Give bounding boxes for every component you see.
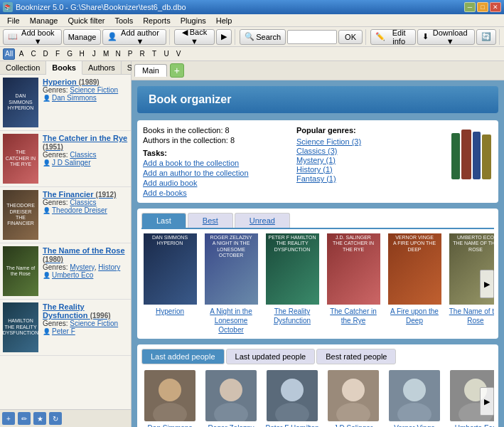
- genre-mystery[interactable]: Mystery (1): [296, 156, 443, 164]
- back-button[interactable]: ◀ Back ▼: [174, 29, 215, 45]
- person-name[interactable]: Peter F Hamilton: [264, 423, 321, 427]
- menu-quickfilter[interactable]: Quick filter: [64, 16, 109, 26]
- edit-bottom-icon[interactable]: ✏: [18, 412, 31, 425]
- list-item[interactable]: DAN SIMMONSHYPERION Hyperion (1989) Genr…: [0, 75, 131, 131]
- genre-sf[interactable]: Science Fiction (3): [296, 137, 443, 146]
- alpha-f[interactable]: F: [52, 48, 63, 60]
- alpha-r[interactable]: R: [136, 48, 148, 60]
- list-item[interactable]: THEODORE DREISERTHE FINANCIER The Financ…: [0, 187, 131, 243]
- book-title[interactable]: Hyperion (1989): [43, 78, 100, 86]
- book-card-title[interactable]: The Catcher in the Rye: [325, 307, 382, 325]
- person-name[interactable]: Roger Zelazny: [203, 423, 259, 427]
- book-card[interactable]: PETER F HAMILTONTHE REALITY DYSFUNCTION …: [264, 233, 321, 334]
- book-card[interactable]: DAN SIMMONSHYPERION Hyperion: [141, 233, 198, 334]
- alpha-h[interactable]: H: [76, 48, 87, 60]
- grid-tab-unread[interactable]: Unread: [235, 213, 290, 228]
- tab-main[interactable]: Main: [134, 64, 167, 77]
- alpha-v[interactable]: V: [173, 48, 184, 60]
- add-bottom-icon[interactable]: +: [2, 412, 15, 425]
- alpha-c[interactable]: C: [28, 48, 39, 60]
- add-tab-button[interactable]: +: [170, 63, 184, 78]
- edit-info-button[interactable]: ✏️ Edit info: [370, 29, 416, 45]
- book-card[interactable]: VERNOR VINGEA FIRE UPON THE DEEP A Fire …: [386, 233, 443, 334]
- task-add-ebooks[interactable]: Add e-books: [143, 189, 289, 197]
- tab-collection[interactable]: Collection: [0, 61, 46, 74]
- book-card-title[interactable]: The Name of the Rose: [447, 307, 494, 325]
- tab-authors[interactable]: Authors: [82, 61, 122, 74]
- people-tab-rated[interactable]: Best rated people: [316, 349, 396, 364]
- search-button[interactable]: 🔍 Search: [240, 29, 286, 45]
- book-card-title[interactable]: Hyperion: [141, 307, 198, 316]
- add-author-button[interactable]: 👤 Add author ▼: [102, 29, 166, 45]
- add-book-button[interactable]: 📖 Add book ▼: [3, 29, 62, 45]
- alpha-d[interactable]: D: [40, 48, 51, 60]
- alpha-all[interactable]: All: [3, 48, 15, 60]
- book-card[interactable]: ROGER ZELAZNYA NIGHT IN THE LONESOME OCT…: [203, 233, 259, 334]
- alpha-n[interactable]: N: [112, 48, 124, 60]
- search-input[interactable]: [287, 30, 337, 44]
- menu-help[interactable]: Help: [212, 16, 237, 26]
- toolbar: 📖 Add book ▼ Manage 👤 Add author ▼ ◀ Bac…: [0, 27, 504, 47]
- list-item[interactable]: HAMILTONTHE REALITY DYSFUNCTION The Real…: [0, 300, 131, 356]
- book-card[interactable]: J.D. SALINGERTHE CATCHER IN THE RYE The …: [325, 233, 382, 334]
- grid-tab-last[interactable]: Last: [141, 213, 186, 228]
- book-card-title[interactable]: A Night in the Lonesome October: [203, 307, 259, 334]
- book-genre: Genres: Science Fiction: [43, 320, 128, 327]
- book-title[interactable]: The Financier (1912): [43, 190, 116, 199]
- task-add-audio[interactable]: Add audio book: [143, 179, 289, 187]
- refresh-button[interactable]: 🔄: [476, 29, 496, 45]
- book-title[interactable]: The Catcher in the Rye (1951): [43, 134, 127, 151]
- alpha-m[interactable]: M: [100, 48, 112, 60]
- svg-rect-0: [451, 133, 460, 179]
- list-item[interactable]: THE CATCHER IN THE RYE The Catcher in th…: [0, 131, 131, 187]
- person-card[interactable]: J D Salinger: [325, 370, 382, 427]
- close-button[interactable]: ✕: [490, 2, 501, 12]
- star-bottom-icon[interactable]: ★: [33, 412, 46, 425]
- alpha-t[interactable]: T: [149, 48, 160, 60]
- grid-tabs: Last Best Unread: [141, 213, 494, 229]
- alpha-a[interactable]: A: [16, 48, 27, 60]
- manage-button[interactable]: Manage: [63, 29, 102, 45]
- alpha-g[interactable]: G: [64, 48, 75, 60]
- menu-manage[interactable]: Manage: [26, 16, 63, 26]
- people-tab-updated[interactable]: Last updated people: [226, 349, 316, 364]
- menu-reports[interactable]: Reports: [139, 16, 175, 26]
- alpha-j[interactable]: J: [88, 48, 100, 60]
- alpha-p[interactable]: P: [124, 48, 136, 60]
- people-carousel-next-button[interactable]: ▶: [480, 387, 494, 416]
- person-card[interactable]: Peter F Hamilton: [264, 370, 321, 427]
- forward-button[interactable]: ▶: [216, 29, 232, 45]
- alpha-u[interactable]: U: [161, 48, 172, 60]
- task-add-author[interactable]: Add an author to the collection: [143, 169, 289, 177]
- genre-classics[interactable]: Classics (3): [296, 147, 443, 155]
- person-name[interactable]: Vernor Vinge: [386, 423, 443, 427]
- genre-fantasy[interactable]: Fantasy (1): [296, 174, 443, 183]
- task-add-book[interactable]: Add a book to the collection: [143, 159, 289, 167]
- genre-history[interactable]: History (1): [296, 165, 443, 174]
- refresh-bottom-icon[interactable]: ↻: [49, 412, 62, 425]
- minimize-button[interactable]: ─: [464, 2, 476, 12]
- authors-count: Authors in the collection: 8: [143, 136, 289, 144]
- menu-file[interactable]: File: [3, 16, 24, 26]
- book-card-title[interactable]: The Reality Dysfunction: [264, 307, 321, 325]
- book-genre: Genres: Classics: [43, 199, 128, 206]
- person-card[interactable]: Roger Zelazny: [203, 370, 259, 427]
- person-name[interactable]: Dan Simmons: [141, 423, 198, 427]
- person-name[interactable]: Umberto Eco: [447, 423, 494, 427]
- menu-tools[interactable]: Tools: [110, 16, 137, 26]
- people-tab-added[interactable]: Last added people: [141, 349, 225, 364]
- ok-button[interactable]: OK: [338, 30, 363, 44]
- tab-books[interactable]: Books: [46, 61, 82, 75]
- person-card[interactable]: Dan Simmons: [141, 370, 198, 427]
- list-item[interactable]: The Name of the Rose The Name of the Ros…: [0, 243, 131, 300]
- person-name[interactable]: J D Salinger: [325, 423, 382, 427]
- person-card[interactable]: Vernor Vinge: [386, 370, 443, 427]
- book-title[interactable]: The Reality Dysfunction (1996): [43, 302, 111, 320]
- book-title[interactable]: The Name of the Rose (1980): [43, 246, 125, 263]
- maximize-button[interactable]: □: [477, 2, 488, 12]
- carousel-next-button[interactable]: ▶: [480, 270, 494, 298]
- download-button[interactable]: ⬇ Download ▼: [417, 29, 475, 45]
- book-card-title[interactable]: A Fire upon the Deep: [386, 307, 443, 325]
- grid-tab-best[interactable]: Best: [188, 213, 233, 228]
- menu-plugins[interactable]: Plugins: [176, 16, 210, 26]
